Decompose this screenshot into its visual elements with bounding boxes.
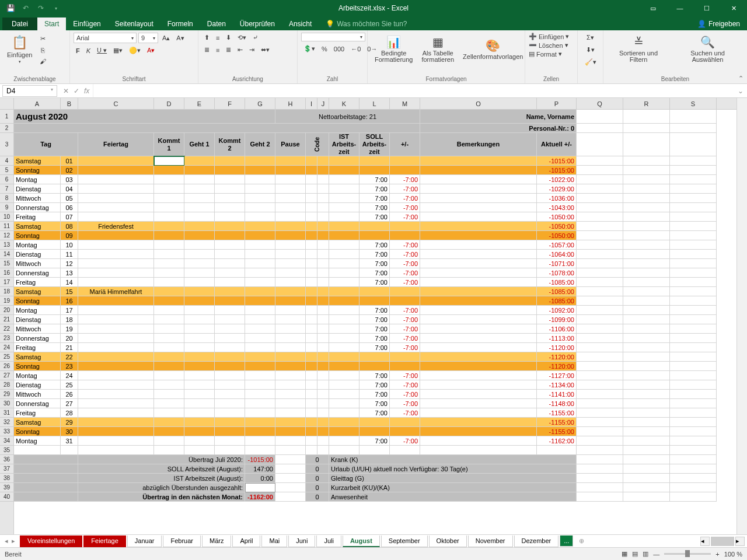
percent-icon[interactable]: % [319,44,330,54]
cell[interactable] [78,166,154,175]
cell[interactable] [577,492,623,502]
cell[interactable] [275,399,306,408]
sheet-tab-januar[interactable]: Januar [127,536,162,547]
cell[interactable] [306,343,317,352]
cell[interactable] [78,352,154,362]
format-painter-icon[interactable]: 🖌 [37,57,48,66]
row-header-17[interactable]: 17 [0,278,13,287]
cell[interactable] [329,184,359,194]
cell[interactable] [306,352,317,362]
cell[interactable] [215,194,245,203]
cell[interactable] [184,259,215,268]
tab-nav-last-icon[interactable]: ▸ [12,537,15,545]
cell[interactable] [154,371,184,380]
cell[interactable]: Kommt 1 [154,133,184,156]
cell[interactable]: Mittwoch [14,259,61,268]
cell[interactable] [670,175,717,184]
cell[interactable] [577,110,623,124]
zoom-slider[interactable] [664,553,711,555]
row-header-27[interactable]: 27 [0,371,13,380]
cell[interactable]: Mittwoch [14,390,61,399]
cell[interactable] [275,156,306,166]
cell[interactable] [420,287,537,296]
zoom-level[interactable]: 100 % [724,551,742,558]
cell[interactable] [154,418,184,427]
sheet-tab-oktober[interactable]: Oktober [429,536,467,547]
row-header-7[interactable]: 7 [0,184,13,194]
cell[interactable] [154,240,184,250]
cell[interactable] [670,446,717,455]
cell[interactable] [245,231,275,240]
cell[interactable] [359,352,390,362]
cell[interactable]: 14 [61,278,78,287]
cell[interactable] [670,343,717,352]
cell[interactable]: 10 [61,240,78,250]
cell[interactable] [317,371,329,380]
cell[interactable] [623,315,670,324]
cell[interactable] [78,268,154,278]
cell[interactable] [577,352,623,362]
cell[interactable] [329,259,359,268]
cell[interactable]: 7:00 [359,175,390,184]
fill-icon[interactable]: ⬇▾ [581,45,599,55]
cell[interactable] [154,166,184,175]
cell[interactable] [215,296,245,306]
cell[interactable] [306,250,317,259]
cell[interactable] [184,315,215,324]
bold-button[interactable]: F [74,46,82,55]
cell[interactable] [577,156,623,166]
cell[interactable] [420,324,537,334]
cell[interactable] [577,483,623,492]
cell[interactable]: Sonntag [14,427,61,436]
sheet-tab-april[interactable]: April [232,536,260,547]
align-top-icon[interactable]: ⬆ [202,33,212,43]
cell[interactable]: -1155:00 [537,418,577,427]
cell[interactable] [245,287,275,296]
cell[interactable] [215,334,245,343]
cell[interactable] [577,455,623,464]
cell[interactable] [306,427,317,436]
cell[interactable] [329,306,359,315]
cell[interactable] [577,287,623,296]
cell[interactable]: -1022:00 [537,175,577,184]
cell[interactable]: 20 [61,334,78,343]
row-header-2[interactable]: 2 [0,124,13,133]
cell[interactable] [184,380,215,390]
cell[interactable] [78,343,154,352]
cell[interactable]: -1064:00 [537,250,577,259]
cell[interactable] [78,231,154,240]
cell[interactable] [154,259,184,268]
col-header-Q[interactable]: Q [577,98,623,109]
cell[interactable] [275,306,306,315]
cell[interactable] [245,175,275,184]
cell[interactable] [420,390,537,399]
font-color-icon[interactable]: A▾ [145,46,157,55]
cell[interactable]: -7:00 [390,175,420,184]
cell[interactable]: Pause [275,133,306,156]
cell[interactable]: -1155:00 [537,427,577,436]
cell[interactable] [184,166,215,175]
row-header-22[interactable]: 22 [0,324,13,334]
cell[interactable] [329,194,359,203]
cell[interactable]: -1148:00 [537,399,577,408]
cell[interactable] [14,124,420,133]
cell[interactable] [245,306,275,315]
row-header-11[interactable]: 11 [0,222,13,231]
cell[interactable] [577,296,623,306]
cell[interactable] [577,222,623,231]
cell[interactable]: 25 [61,380,78,390]
cell[interactable] [245,408,275,418]
cell[interactable] [420,362,537,371]
sheet-tab-dezember[interactable]: Dezember [514,536,559,547]
cell[interactable] [329,287,359,296]
cell[interactable] [306,184,317,194]
cell[interactable] [420,194,537,203]
number-format-select[interactable]: ▾ [301,33,365,41]
cell[interactable] [78,175,154,184]
cell[interactable] [623,287,670,296]
cell[interactable] [623,455,670,464]
cell[interactable] [670,156,717,166]
cell[interactable] [317,446,329,455]
increase-decimal-icon[interactable]: ←0 [348,44,363,54]
cell[interactable] [184,184,215,194]
